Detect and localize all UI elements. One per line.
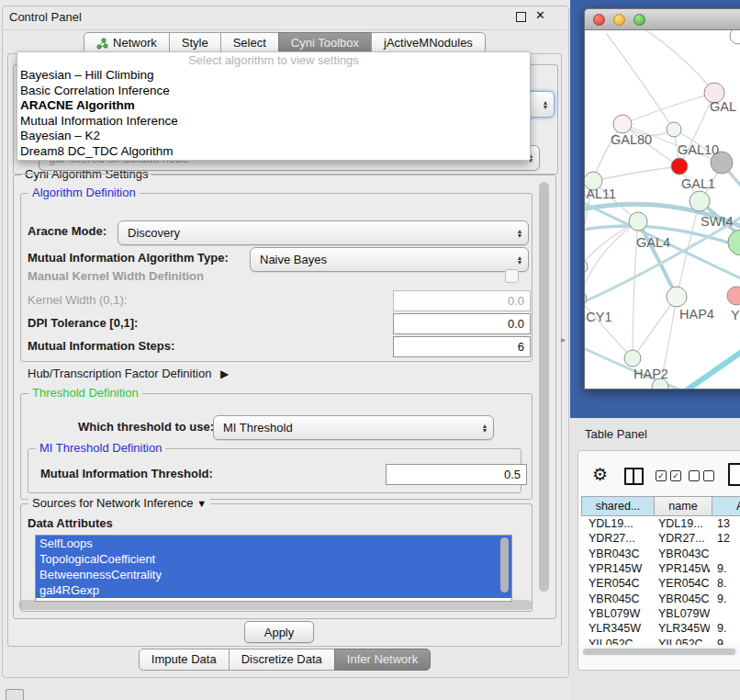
network-edge [585,299,633,358]
select-all-columns-icon[interactable]: ✓ ✓ [656,470,681,481]
node-label: HAP2 [633,367,668,381]
table-cell[interactable]: YLR345W [581,622,653,635]
attribute-item-gal4rgexp[interactable]: gal4RGexp [36,582,511,598]
hub-definition-expander[interactable]: Hub/Transcription Factor Definition ▶ [28,366,229,382]
table-cell[interactable]: YBR045C [581,593,653,605]
table-cell[interactable]: YPR145W [653,562,710,575]
unchecked-box-icon [689,470,700,481]
splitter-handle-icon[interactable]: ▸ [561,334,566,344]
attributes-list-scrollbar[interactable] [500,537,509,593]
apply-button[interactable]: Apply [244,621,314,643]
tab-infer-network[interactable]: Infer Network [334,649,431,671]
expanded-arrow-icon[interactable]: ▼ [196,498,207,509]
table-cell[interactable]: 8. [710,577,726,590]
table-cell[interactable]: 13 [710,517,730,530]
network-node[interactable] [667,122,681,137]
attribute-item-topologicalcoefficient[interactable]: TopologicalCoefficient [36,551,511,567]
table-cell[interactable]: 9 [710,638,723,645]
algorithm-combo-arrow[interactable]: ▲▼ [529,91,555,118]
close-traffic-light[interactable] [593,14,605,26]
table-cell[interactable]: YBL079W [581,607,653,620]
dpi-tolerance-field[interactable]: 0.0 [393,313,531,334]
aracne-mode-combo[interactable]: Discovery ▲▼ [118,220,529,245]
algorithm-option-dream8-dc-tdc-algorithm[interactable]: Dream8 DC_TDC Algorithm [17,144,530,160]
network-node[interactable] [585,291,587,306]
algorithm-option-aracne-algorithm[interactable]: ARACNE Algorithm [17,98,530,114]
network-node[interactable] [613,115,632,133]
table-row[interactable]: YPR145WYPR145W9. [581,561,740,576]
attribute-item-selfloops[interactable]: SelfLoops [36,536,511,551]
table-scrollbar-thumb[interactable] [583,649,735,655]
float-panel-icon[interactable] [516,12,526,22]
control-panel-titlebar [2,6,567,30]
table-cell[interactable]: 9. [710,562,726,575]
deselect-all-columns-icon[interactable] [689,470,714,481]
column-header-shared[interactable]: shared... [581,496,655,516]
table-cell[interactable]: YPR145W [581,562,653,575]
network-node[interactable] [690,191,710,211]
close-panel-icon[interactable]: ✕ [535,8,545,22]
network-canvas[interactable]: GALGAL80GAL10GAL1GAL11SWI4GAL4GCY1HAP4YH… [585,30,740,389]
table-cell[interactable]: YBR043C [581,548,653,560]
table-cell[interactable]: YBR045C [653,593,710,605]
document-icon[interactable] [728,463,740,486]
table-cell[interactable]: YDR27... [653,532,710,545]
network-node[interactable] [730,30,740,44]
network-node[interactable] [671,158,688,175]
algorithm-option-bayesian-k2[interactable]: Bayesian – K2 [17,129,530,144]
table-cell[interactable]: YDR27... [581,532,653,545]
sources-title-text: Sources for Network Inference [32,496,194,510]
table-cell[interactable]: 12 [710,532,730,545]
table-row[interactable]: YDR27...YDR27...12 [581,531,740,546]
table-cell[interactable]: YER054C [653,577,710,590]
control-panel-title: Control Panel [9,9,82,26]
table-row[interactable]: YDL19...YDL19...13 [581,516,740,531]
algorithm-option-bayesian-hill-climbing[interactable]: Bayesian – Hill Climbing [17,68,530,84]
table-row[interactable]: YLR345WYLR345W9. [581,621,740,636]
network-node[interactable] [629,212,647,231]
algorithm-option-basic-correlation-inference[interactable]: Basic Correlation Inference [17,84,530,99]
network-node[interactable] [728,230,740,255]
minimize-traffic-light[interactable] [613,14,625,26]
zoom-traffic-light[interactable] [633,14,645,26]
table-cell[interactable]: YLR345W [653,622,710,635]
table-cell[interactable]: YIL052C [653,638,710,645]
manual-kernel-width-checkbox[interactable] [505,269,519,283]
column-header-a[interactable]: A [712,496,740,516]
table-cell[interactable]: YBL079W [653,607,710,620]
tab-impute-data[interactable]: Impute Data [139,649,230,671]
mi-threshold-field[interactable]: 0.5 [386,464,527,485]
mi-algorithm-type-combo[interactable]: Naive Bayes ▲▼ [250,247,529,272]
columns-icon[interactable] [624,468,644,485]
minimized-panel-icon[interactable] [6,689,24,700]
attribute-item-betweennesscentrality[interactable]: BetweennessCentrality [36,567,511,582]
table-row[interactable]: YBR045CYBR045C9. [581,591,740,605]
network-node[interactable] [727,287,740,305]
table-row[interactable]: YBL079WYBL079W [581,606,740,621]
table-row[interactable]: YBR043CYBR043C [581,547,740,561]
tab-discretize-data[interactable]: Discretize Data [229,649,335,671]
table-cell[interactable]: YBR043C [653,548,710,560]
kernel-width-field[interactable]: 0.0 [393,290,531,311]
table-horizontal-scrollbar[interactable] [582,648,738,656]
algorithm-option-mutual-information-inference[interactable]: Mutual Information Inference [17,114,530,130]
data-attributes-list[interactable]: SelfLoopsTopologicalCoefficientBetweenne… [35,535,512,602]
column-header-name[interactable]: name [655,496,712,516]
table-row[interactable]: YER054CYER054C8. [581,576,740,591]
table-cell[interactable]: YDL19... [581,517,653,530]
network-node[interactable] [585,258,588,275]
network-window-titlebar[interactable] [585,9,740,30]
gear-icon[interactable]: ⚙ [592,464,608,485]
network-node[interactable] [667,287,687,307]
table-cell[interactable]: 9. [710,593,726,605]
which-threshold-combo[interactable]: MI Threshold ▲▼ [213,415,494,440]
table-cell[interactable]: YDL19... [653,517,710,530]
table-cell[interactable]: YER054C [581,577,653,590]
mi-steps-field[interactable]: 6 [393,336,531,357]
table-row[interactable]: YIL052CYIL052C9 [581,636,740,645]
settings-vertical-scrollbar[interactable] [539,182,549,592]
table-cell[interactable]: YIL052C [581,638,653,645]
network-node[interactable] [624,350,641,367]
table-header-row: shared...nameA [581,496,740,516]
table-cell[interactable]: 9. [710,622,726,635]
